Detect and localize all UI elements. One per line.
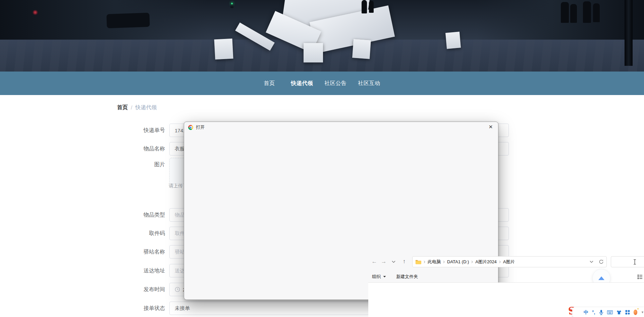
hero-pedestrian [583, 1, 591, 23]
field-value: 未接单 [175, 305, 190, 312]
hero-car-taillight [32, 10, 38, 15]
field-value: 衣服 [175, 146, 185, 152]
clock-icon [175, 287, 180, 292]
hero-shopping-bag [445, 32, 461, 49]
breadcrumb: 首页 / 快递代领 [117, 104, 157, 111]
path-segment-2[interactable]: DATA1 (D:) [447, 259, 469, 264]
file-open-dialog: 打开 ✕ ← → ↑ 此电脑DATA1 (D:)A图片2024A图片 组织 新建 [184, 122, 498, 300]
new-folder-button[interactable]: 新建文件夹 [396, 274, 418, 280]
ime-chinese-mode-button[interactable]: 中 [584, 310, 588, 315]
form-label-2: 物品名称 [121, 142, 165, 155]
ime-caret-icon[interactable]: ▼ [641, 311, 644, 314]
form-label-6: 驿站名称 [121, 245, 165, 259]
chrome-icon [188, 125, 193, 130]
breadcrumb-home-link[interactable]: 首页 [117, 104, 128, 111]
main-nav: 首页快递代领社区公告社区互动 [0, 72, 644, 95]
dialog-title: 打开 [196, 124, 205, 130]
text-cursor-icon [633, 259, 636, 265]
ime-toolbar: 中 °, ▼ [572, 307, 644, 317]
hero-lamp-post [625, 0, 633, 66]
hero-shopping-bag [214, 39, 233, 60]
forward-icon[interactable]: → [380, 257, 388, 266]
field-value: 送达 [175, 268, 185, 274]
path-separator-icon [499, 261, 501, 263]
refresh-icon[interactable] [599, 259, 604, 264]
field-value: 驿站 [175, 249, 185, 255]
field-value: 取件 [175, 230, 185, 237]
assistant-icon[interactable] [634, 310, 638, 315]
path-separator-icon [424, 261, 425, 263]
form-label-4: 物品类型 [121, 208, 165, 222]
hero-pedestrian [570, 4, 577, 23]
keyboard-icon[interactable] [607, 310, 613, 314]
arrow-up-icon [598, 276, 604, 280]
path-separator-icon [471, 261, 473, 263]
nav-item-1[interactable]: 首页 [264, 80, 275, 87]
nav-item-2[interactable]: 快递代领 [291, 80, 313, 87]
address-bar[interactable]: 此电脑DATA1 (D:)A图片2024A图片 [412, 256, 607, 267]
hero-pedestrian [362, 0, 367, 13]
close-icon[interactable]: ✕ [486, 123, 495, 131]
dialog-toolbar: 组织 新建文件夹 [372, 272, 418, 282]
skin-icon[interactable] [616, 310, 622, 315]
upload-hint: 请上传 [169, 183, 183, 189]
hero-traffic-light [230, 2, 233, 8]
organize-button[interactable]: 组织 [372, 274, 386, 280]
page: 首页快递代领社区公告社区互动 首页 / 快递代领 快递单号1741物品名称衣服图… [0, 0, 644, 317]
folder-icon [415, 259, 421, 264]
hero-pedestrian [593, 3, 600, 22]
recent-locations-icon[interactable] [389, 257, 397, 266]
ime-punctuation-button[interactable]: °, [592, 310, 595, 315]
hero-shopping-bag [304, 43, 323, 62]
microphone-icon[interactable] [599, 310, 603, 315]
up-icon[interactable]: ↑ [400, 257, 408, 266]
toolbox-icon[interactable] [625, 310, 630, 315]
hero-pedestrian [561, 2, 569, 23]
path-segment-4[interactable]: A图片 [503, 259, 515, 265]
breadcrumb-separator: / [131, 105, 132, 111]
nav-item-3[interactable]: 社区公告 [325, 80, 347, 87]
form-label-5: 取件码 [121, 227, 165, 240]
back-icon[interactable]: ← [370, 257, 378, 266]
nav-item-4[interactable]: 社区互动 [358, 80, 380, 87]
form-label-7: 送达地址 [121, 264, 165, 277]
form-label-8: 发布时间 [121, 283, 165, 296]
dialog-titlebar: 打开 [188, 124, 205, 130]
path-segments: 此电脑DATA1 (D:)A图片2024A图片 [424, 259, 515, 265]
form-label-3: 图片 [121, 158, 165, 171]
breadcrumb-current: 快递代领 [135, 104, 157, 111]
hero-shopping-bag [352, 39, 371, 59]
form-label-9: 接单状态 [121, 302, 165, 315]
form-label-1: 快递单号 [121, 124, 165, 137]
caret-down-icon [383, 276, 386, 278]
hero-pedestrian [369, 1, 374, 13]
path-separator-icon [443, 261, 445, 263]
address-dropdown-icon[interactable] [590, 261, 593, 263]
dialog-view-controls: ? [638, 272, 644, 282]
field-value: 物品 [175, 212, 185, 218]
path-segment-1[interactable]: 此电脑 [428, 259, 441, 265]
hero-car [106, 13, 150, 28]
hero-banner-image [0, 0, 644, 72]
view-mode-button[interactable] [638, 275, 644, 279]
list-view-icon [638, 275, 643, 279]
search-input[interactable] [611, 256, 644, 267]
path-segment-3[interactable]: A图片2024 [475, 259, 497, 265]
